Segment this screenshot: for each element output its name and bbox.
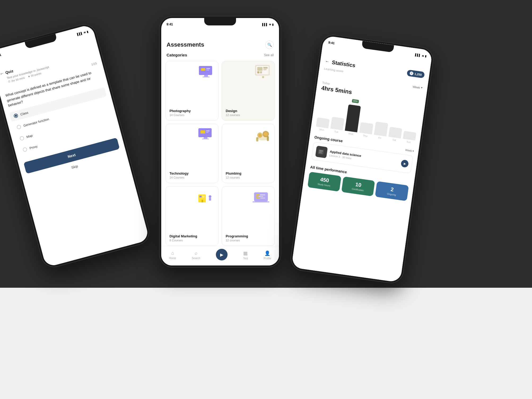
svg-rect-42 <box>259 196 263 197</box>
bar-wed-bar: 60% <box>345 104 361 132</box>
time-3: 9:41 <box>328 41 335 45</box>
prog-count: 12 courses <box>226 239 271 242</box>
svg-rect-32 <box>202 196 205 197</box>
svg-rect-41 <box>256 196 258 197</box>
design-illustration <box>254 64 272 79</box>
perf-cards: 450 Study hours 10 Certificates 2 Ongoin… <box>307 172 409 201</box>
marketing-illustration <box>196 189 216 205</box>
ongoing-label: Ongoing course <box>314 135 343 143</box>
option-map-label: Map <box>26 134 33 139</box>
see-all-link[interactable]: See all <box>264 53 274 57</box>
perf-certificates: 10 Certificates <box>341 176 375 196</box>
center-icon: ▶ <box>220 252 223 257</box>
nav-center-wrap: ▶ <box>216 249 228 260</box>
design-count: 12 courses <box>226 113 271 117</box>
quiz-title: Quiz <box>5 69 14 75</box>
category-technology[interactable]: Technology 14 Courses <box>165 124 219 183</box>
search-button[interactable]: 🔍 <box>265 41 274 49</box>
plumb-count: 12 courses <box>226 176 271 179</box>
option-proxy-label: Proxy <box>29 144 38 150</box>
score-badge: ✓ 1,250 <box>407 70 425 78</box>
nav-test-label: Test <box>243 257 248 260</box>
bar-tue-bar <box>330 117 345 130</box>
radio-inner-class <box>15 114 17 117</box>
profile-icon: 👤 <box>264 250 270 256</box>
programming-illustration <box>252 189 272 205</box>
chevron-week-icon: ▾ <box>412 149 414 153</box>
bar-mon-label: Mon <box>319 128 324 131</box>
perf-study-hours: 450 Study hours <box>307 172 341 192</box>
svg-rect-11 <box>263 69 267 70</box>
wifi-icon: ≋ <box>83 31 86 34</box>
wifi-icon-2: ≋ <box>269 23 271 26</box>
svg-rect-40 <box>260 194 265 195</box>
option-class-label: Class <box>20 110 29 116</box>
svg-rect-18 <box>202 139 209 139</box>
svg-rect-5 <box>206 68 210 69</box>
star-icon: ★ <box>27 75 30 78</box>
marketing-count: 8 Courses <box>169 239 215 242</box>
svg-rect-31 <box>199 196 202 197</box>
status-icons-2: ▌▌▌ ≋ ▮ <box>262 23 274 26</box>
categories-grid: Photography 14 Courses <box>161 61 279 246</box>
nav-test[interactable]: ▦ Test <box>243 250 248 260</box>
radio-proxy <box>22 147 28 152</box>
signal-icon-3: ▌▌▌ <box>415 53 421 57</box>
assess-screen: 9:41 ▌▌▌ ≋ ▮ Assessments 🔍 Categories Se… <box>161 18 279 265</box>
svg-rect-36 <box>209 198 211 201</box>
bar-mon-bar <box>316 117 330 128</box>
marketing-name: Digital Marketing <box>169 234 215 238</box>
svg-rect-4 <box>201 68 205 71</box>
data-science-thumb-icon <box>317 148 326 157</box>
nav-profile[interactable]: 👤 Profile <box>264 250 271 260</box>
tech-count: 14 Courses <box>169 176 215 179</box>
week-btn[interactable]: Week ▾ <box>405 148 414 152</box>
bar-tue: Tue <box>330 98 347 134</box>
bar-wed-label: Wed <box>348 132 354 135</box>
play-button[interactable]: ▶ <box>400 159 409 168</box>
radio-generator <box>16 124 21 130</box>
score-circle: ✓ <box>409 71 414 76</box>
nav-home[interactable]: ⌂ Home <box>169 250 176 260</box>
bar-sun-bar <box>403 131 416 140</box>
perf-ongoing: 2 Ongoing <box>375 181 409 201</box>
category-digital-marketing[interactable]: Digital Marketing 8 Courses <box>165 186 219 246</box>
svg-rect-34 <box>202 200 203 202</box>
option-generator-label: Generator function <box>23 117 50 127</box>
bar-sat-label: Sat <box>392 138 396 141</box>
plumbing-illustration <box>252 127 272 143</box>
course-thumbnail <box>315 146 328 158</box>
time-2: 9:41 <box>167 23 173 26</box>
back-arrow-icon: ← <box>0 71 5 77</box>
signal-icon-2: ▌▌▌ <box>262 23 268 26</box>
bar-wed-badge: 60% <box>352 99 359 103</box>
svg-rect-45 <box>252 201 269 202</box>
svg-rect-10 <box>263 67 268 69</box>
stats-back-icon[interactable]: ← <box>325 59 330 64</box>
photography-illustration <box>196 64 216 80</box>
bar-tue-label: Tue <box>334 130 338 133</box>
notch-2 <box>204 18 236 25</box>
nav-center[interactable]: ▶ <box>216 249 228 261</box>
stats-title: Statistics <box>332 59 356 68</box>
photo-name: Photography <box>169 109 215 113</box>
svg-rect-12 <box>257 71 259 73</box>
svg-rect-13 <box>260 71 262 73</box>
table-surface <box>0 288 532 399</box>
assess-title: Assessments <box>167 41 204 48</box>
clock-icon: ⏱ <box>8 80 11 83</box>
test-icon: ▦ <box>243 250 248 256</box>
bar-thur-label: Thur <box>363 134 368 138</box>
score-value: 1,250 <box>414 72 422 77</box>
nav-search[interactable]: ⌕ Search <box>192 250 200 260</box>
svg-rect-33 <box>202 197 204 198</box>
phone-assessments: 9:41 ▌▌▌ ≋ ▮ Assessments 🔍 Categories Se… <box>159 16 281 268</box>
category-plumbing[interactable]: Plumbing 12 courses <box>222 124 275 183</box>
battery-icon-3: ▮ <box>425 55 427 58</box>
category-programming[interactable]: Programming 12 courses <box>222 186 275 246</box>
category-design[interactable]: Design 12 courses <box>222 61 275 121</box>
category-photography[interactable]: Photography 14 Courses <box>165 61 219 121</box>
bar-fri-bar <box>374 122 388 136</box>
search-icon: 🔍 <box>267 43 272 47</box>
signal-icon: ▌▌▌ <box>77 32 83 36</box>
